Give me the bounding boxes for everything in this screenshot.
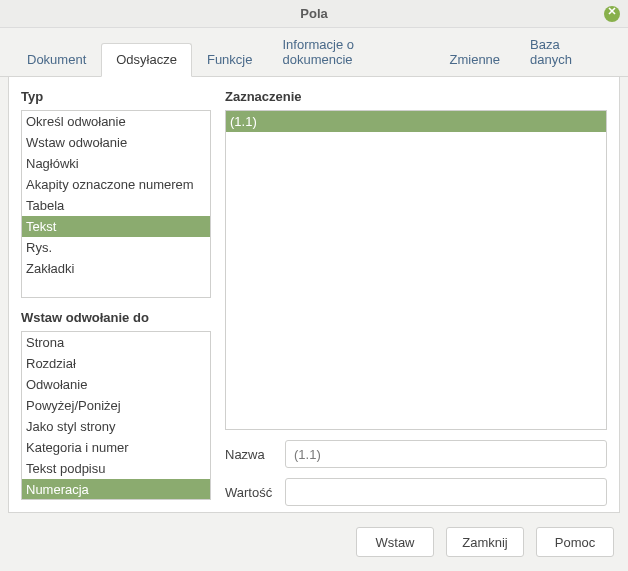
- typ-item[interactable]: Nagłówki: [22, 153, 210, 174]
- panel: Typ Określ odwołanie Wstaw odwołanie Nag…: [8, 77, 620, 513]
- typ-item[interactable]: Określ odwołanie: [22, 111, 210, 132]
- name-row: Nazwa: [225, 440, 607, 468]
- typ-item[interactable]: Rys.: [22, 237, 210, 258]
- right-column: Zaznaczenie (1.1) Nazwa Wartość: [225, 89, 607, 500]
- typ-item[interactable]: Tabela: [22, 195, 210, 216]
- tab-dokument[interactable]: Dokument: [12, 43, 101, 76]
- ref-item[interactable]: Numeracja: [22, 479, 210, 500]
- name-field[interactable]: [285, 440, 607, 468]
- selection-label: Zaznaczenie: [225, 89, 607, 104]
- selection-item[interactable]: (1.1): [226, 111, 606, 132]
- typ-item[interactable]: Zakładki: [22, 258, 210, 279]
- left-column: Typ Określ odwołanie Wstaw odwołanie Nag…: [21, 89, 211, 500]
- ref-item[interactable]: Odwołanie: [22, 374, 210, 395]
- insert-button[interactable]: Wstaw: [356, 527, 434, 557]
- value-row: Wartość: [225, 478, 607, 506]
- typ-label: Typ: [21, 89, 211, 104]
- tab-odsylacze[interactable]: Odsyłacze: [101, 43, 192, 77]
- typ-item[interactable]: Wstaw odwołanie: [22, 132, 210, 153]
- ref-item[interactable]: Kategoria i numer: [22, 437, 210, 458]
- value-label: Wartość: [225, 485, 273, 500]
- ref-item[interactable]: Tekst podpisu: [22, 458, 210, 479]
- selection-listbox[interactable]: (1.1): [225, 110, 607, 430]
- insert-ref-listbox[interactable]: Strona Rozdział Odwołanie Powyżej/Poniże…: [21, 331, 211, 500]
- ref-item[interactable]: Jako styl strony: [22, 416, 210, 437]
- help-button[interactable]: Pomoc: [536, 527, 614, 557]
- buttonbar: Wstaw Zamknij Pomoc: [0, 521, 628, 569]
- typ-listbox[interactable]: Określ odwołanie Wstaw odwołanie Nagłówk…: [21, 110, 211, 298]
- tab-baza-danych[interactable]: Baza danych: [515, 28, 616, 76]
- typ-item[interactable]: Akapity oznaczone numerem: [22, 174, 210, 195]
- tab-funkcje[interactable]: Funkcje: [192, 43, 268, 76]
- tab-informacje[interactable]: Informacje o dokumencie: [267, 28, 434, 76]
- tabstrip: Dokument Odsyłacze Funkcje Informacje o …: [0, 28, 628, 77]
- ref-item[interactable]: Strona: [22, 332, 210, 353]
- close-icon[interactable]: [604, 6, 620, 22]
- insert-ref-label: Wstaw odwołanie do: [21, 310, 211, 325]
- typ-item[interactable]: Tekst: [22, 216, 210, 237]
- window-title: Pola: [300, 6, 327, 21]
- value-field[interactable]: [285, 478, 607, 506]
- ref-item[interactable]: Powyżej/Poniżej: [22, 395, 210, 416]
- ref-item[interactable]: Rozdział: [22, 353, 210, 374]
- tab-zmienne[interactable]: Zmienne: [435, 43, 516, 76]
- name-label: Nazwa: [225, 447, 273, 462]
- close-button[interactable]: Zamknij: [446, 527, 524, 557]
- titlebar: Pola: [0, 0, 628, 28]
